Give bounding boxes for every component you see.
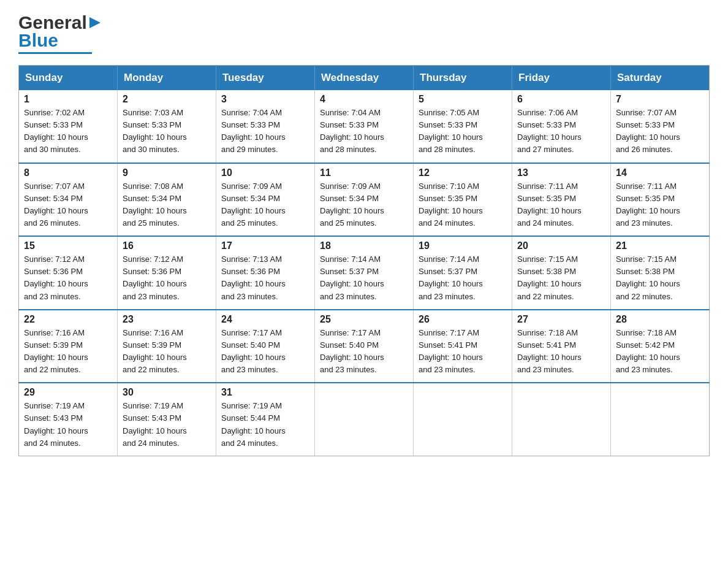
day-info: Sunrise: 7:14 AMSunset: 5:37 PMDaylight:… (320, 253, 408, 303)
day-info: Sunrise: 7:11 AMSunset: 5:35 PMDaylight:… (517, 180, 605, 230)
day-number: 15 (24, 240, 112, 251)
calendar-week-row: 8 Sunrise: 7:07 AMSunset: 5:34 PMDayligh… (19, 163, 710, 237)
header-sunday: Sunday (19, 66, 118, 91)
calendar-cell: 30 Sunrise: 7:19 AMSunset: 5:43 PMDaylig… (118, 383, 216, 456)
day-info: Sunrise: 7:19 AMSunset: 5:43 PMDaylight:… (123, 400, 211, 450)
day-number: 6 (517, 94, 605, 105)
header-wednesday: Wednesday (315, 66, 414, 91)
header-saturday: Saturday (611, 66, 710, 91)
calendar-cell: 10 Sunrise: 7:09 AMSunset: 5:34 PMDaylig… (216, 163, 315, 237)
header-friday: Friday (512, 66, 611, 91)
day-info: Sunrise: 7:17 AMSunset: 5:40 PMDaylight:… (221, 327, 309, 377)
svg-marker-0 (89, 17, 100, 28)
header-monday: Monday (118, 66, 216, 91)
day-info: Sunrise: 7:12 AMSunset: 5:36 PMDaylight:… (123, 253, 211, 303)
calendar-cell (512, 383, 611, 456)
day-number: 12 (419, 167, 507, 178)
calendar-cell: 19 Sunrise: 7:14 AMSunset: 5:37 PMDaylig… (414, 236, 512, 310)
calendar-cell: 6 Sunrise: 7:06 AMSunset: 5:33 PMDayligh… (512, 90, 611, 163)
day-number: 8 (24, 167, 112, 178)
calendar-cell: 17 Sunrise: 7:13 AMSunset: 5:36 PMDaylig… (216, 236, 315, 310)
calendar-cell: 23 Sunrise: 7:16 AMSunset: 5:39 PMDaylig… (118, 310, 216, 383)
day-info: Sunrise: 7:04 AMSunset: 5:33 PMDaylight:… (221, 107, 309, 156)
day-info: Sunrise: 7:10 AMSunset: 5:35 PMDaylight:… (419, 180, 507, 230)
day-number: 23 (123, 314, 211, 325)
day-info: Sunrise: 7:19 AMSunset: 5:44 PMDaylight:… (221, 400, 309, 450)
day-info: Sunrise: 7:17 AMSunset: 5:41 PMDaylight:… (419, 327, 507, 377)
day-info: Sunrise: 7:03 AMSunset: 5:33 PMDaylight:… (123, 107, 211, 156)
calendar-cell: 18 Sunrise: 7:14 AMSunset: 5:37 PMDaylig… (315, 236, 414, 310)
calendar-cell: 12 Sunrise: 7:10 AMSunset: 5:35 PMDaylig… (414, 163, 512, 237)
calendar-cell: 5 Sunrise: 7:05 AMSunset: 5:33 PMDayligh… (414, 90, 512, 163)
day-number: 10 (221, 167, 309, 178)
logo: General Blue (18, 12, 102, 54)
calendar-cell (414, 383, 512, 456)
calendar-cell: 9 Sunrise: 7:08 AMSunset: 5:34 PMDayligh… (118, 163, 216, 237)
calendar-cell: 3 Sunrise: 7:04 AMSunset: 5:33 PMDayligh… (216, 90, 315, 163)
day-number: 7 (616, 94, 704, 105)
day-info: Sunrise: 7:17 AMSunset: 5:40 PMDaylight:… (320, 327, 408, 377)
day-number: 5 (419, 94, 507, 105)
day-number: 19 (419, 240, 507, 251)
calendar-cell: 2 Sunrise: 7:03 AMSunset: 5:33 PMDayligh… (118, 90, 216, 163)
day-number: 11 (320, 167, 408, 178)
calendar-cell: 8 Sunrise: 7:07 AMSunset: 5:34 PMDayligh… (19, 163, 118, 237)
calendar-cell: 24 Sunrise: 7:17 AMSunset: 5:40 PMDaylig… (216, 310, 315, 383)
logo-triangle-icon (88, 16, 102, 29)
day-info: Sunrise: 7:19 AMSunset: 5:43 PMDaylight:… (24, 400, 112, 450)
day-number: 25 (320, 314, 408, 325)
calendar-cell: 25 Sunrise: 7:17 AMSunset: 5:40 PMDaylig… (315, 310, 414, 383)
calendar-cell: 22 Sunrise: 7:16 AMSunset: 5:39 PMDaylig… (19, 310, 118, 383)
day-info: Sunrise: 7:11 AMSunset: 5:35 PMDaylight:… (616, 180, 704, 230)
calendar-cell: 14 Sunrise: 7:11 AMSunset: 5:35 PMDaylig… (611, 163, 710, 237)
header-thursday: Thursday (414, 66, 512, 91)
day-number: 30 (123, 387, 211, 398)
day-number: 13 (517, 167, 605, 178)
day-number: 29 (24, 387, 112, 398)
calendar-header-row: SundayMondayTuesdayWednesdayThursdayFrid… (19, 66, 710, 91)
day-info: Sunrise: 7:09 AMSunset: 5:34 PMDaylight:… (221, 180, 309, 230)
day-number: 1 (24, 94, 112, 105)
calendar-cell: 21 Sunrise: 7:15 AMSunset: 5:38 PMDaylig… (611, 236, 710, 310)
day-info: Sunrise: 7:04 AMSunset: 5:33 PMDaylight:… (320, 107, 408, 156)
day-number: 14 (616, 167, 704, 178)
day-info: Sunrise: 7:15 AMSunset: 5:38 PMDaylight:… (517, 253, 605, 303)
day-info: Sunrise: 7:18 AMSunset: 5:41 PMDaylight:… (517, 327, 605, 377)
day-number: 21 (616, 240, 704, 251)
day-info: Sunrise: 7:06 AMSunset: 5:33 PMDaylight:… (517, 107, 605, 156)
day-info: Sunrise: 7:13 AMSunset: 5:36 PMDaylight:… (221, 253, 309, 303)
day-info: Sunrise: 7:09 AMSunset: 5:34 PMDaylight:… (320, 180, 408, 230)
day-number: 3 (221, 94, 309, 105)
day-number: 2 (123, 94, 211, 105)
calendar-cell: 26 Sunrise: 7:17 AMSunset: 5:41 PMDaylig… (414, 310, 512, 383)
day-number: 22 (24, 314, 112, 325)
calendar-cell: 20 Sunrise: 7:15 AMSunset: 5:38 PMDaylig… (512, 236, 611, 310)
day-info: Sunrise: 7:02 AMSunset: 5:33 PMDaylight:… (24, 107, 112, 156)
day-info: Sunrise: 7:08 AMSunset: 5:34 PMDaylight:… (123, 180, 211, 230)
logo-blue: Blue (18, 30, 58, 51)
day-number: 17 (221, 240, 309, 251)
day-info: Sunrise: 7:15 AMSunset: 5:38 PMDaylight:… (616, 253, 704, 303)
calendar-cell: 15 Sunrise: 7:12 AMSunset: 5:36 PMDaylig… (19, 236, 118, 310)
day-number: 24 (221, 314, 309, 325)
day-info: Sunrise: 7:16 AMSunset: 5:39 PMDaylight:… (123, 327, 211, 377)
calendar-cell: 28 Sunrise: 7:18 AMSunset: 5:42 PMDaylig… (611, 310, 710, 383)
calendar-cell: 27 Sunrise: 7:18 AMSunset: 5:41 PMDaylig… (512, 310, 611, 383)
calendar-week-row: 29 Sunrise: 7:19 AMSunset: 5:43 PMDaylig… (19, 383, 710, 456)
calendar-week-row: 15 Sunrise: 7:12 AMSunset: 5:36 PMDaylig… (19, 236, 710, 310)
day-number: 4 (320, 94, 408, 105)
calendar-cell: 4 Sunrise: 7:04 AMSunset: 5:33 PMDayligh… (315, 90, 414, 163)
day-number: 31 (221, 387, 309, 398)
calendar-cell: 31 Sunrise: 7:19 AMSunset: 5:44 PMDaylig… (216, 383, 315, 456)
day-info: Sunrise: 7:05 AMSunset: 5:33 PMDaylight:… (419, 107, 507, 156)
day-number: 16 (123, 240, 211, 251)
calendar-cell: 16 Sunrise: 7:12 AMSunset: 5:36 PMDaylig… (118, 236, 216, 310)
calendar-week-row: 22 Sunrise: 7:16 AMSunset: 5:39 PMDaylig… (19, 310, 710, 383)
calendar-cell: 1 Sunrise: 7:02 AMSunset: 5:33 PMDayligh… (19, 90, 118, 163)
calendar-week-row: 1 Sunrise: 7:02 AMSunset: 5:33 PMDayligh… (19, 90, 710, 163)
page-header: General Blue (18, 12, 710, 54)
day-number: 9 (123, 167, 211, 178)
calendar-cell: 11 Sunrise: 7:09 AMSunset: 5:34 PMDaylig… (315, 163, 414, 237)
day-number: 18 (320, 240, 408, 251)
calendar-cell (315, 383, 414, 456)
